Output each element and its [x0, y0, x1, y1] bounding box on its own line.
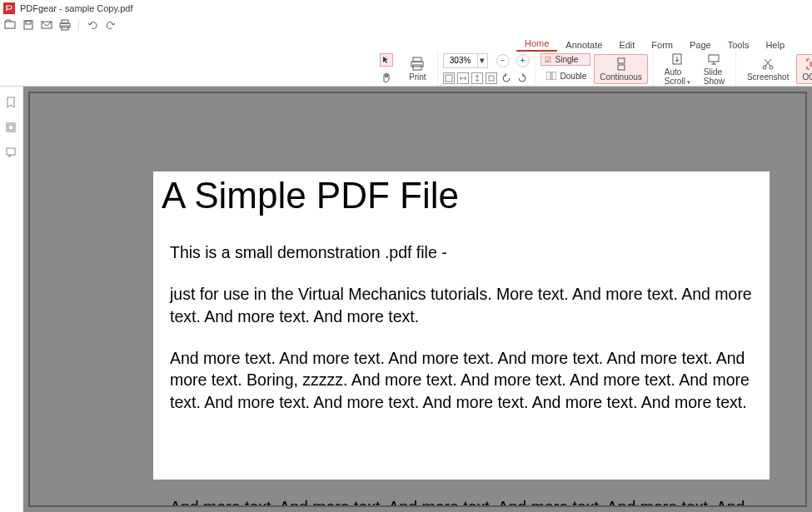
paragraph-3: And more text. And more text. And more t…	[170, 347, 756, 413]
screenshot-button[interactable]: Screenshot	[741, 54, 795, 84]
print-icon[interactable]	[58, 18, 72, 32]
autoscroll-label: Auto Scroll▾	[665, 67, 690, 86]
continuous-label: Continuous	[600, 72, 642, 82]
svg-rect-10	[413, 65, 421, 70]
svg-rect-15	[618, 58, 625, 63]
paragraph-1: This is a small demonstration .pdf file …	[170, 241, 756, 263]
thumbnails-icon[interactable]	[5, 122, 18, 135]
save-icon[interactable]	[22, 18, 35, 32]
print-label: Print	[409, 72, 426, 82]
fit-page-button[interactable]	[443, 72, 455, 84]
svg-point-19	[763, 66, 766, 69]
svg-rect-8	[413, 57, 421, 62]
scissors-icon	[760, 57, 775, 72]
continuous-icon	[614, 57, 629, 72]
paragraph-2: just for use in the Virtual Mechanics tu…	[170, 283, 756, 327]
ocr-label: OCR	[802, 72, 812, 82]
redo-icon[interactable]	[104, 18, 117, 32]
menu-help[interactable]: Help	[757, 37, 793, 52]
slideshow-icon	[706, 52, 721, 67]
cursor-group	[375, 52, 398, 86]
open-icon[interactable]	[3, 18, 17, 32]
fit-height-button[interactable]	[471, 72, 483, 84]
svg-rect-1	[5, 22, 15, 28]
menu-annotate[interactable]: Annotate	[557, 37, 610, 52]
zoom-combo[interactable]: ▾	[443, 53, 488, 68]
svg-rect-5	[62, 20, 68, 23]
bookmark-icon[interactable]	[5, 97, 18, 110]
email-icon[interactable]	[40, 18, 53, 32]
zoom-input[interactable]	[444, 56, 477, 65]
double-page-icon	[545, 69, 558, 82]
separator	[78, 19, 79, 31]
continuous-button[interactable]: Continuous	[594, 54, 648, 84]
quick-access-toolbar	[0, 17, 812, 33]
canvas-inner: A Simple PDF File This is a small demons…	[28, 92, 807, 507]
single-view-button[interactable]: ☑ Single	[541, 53, 591, 66]
zoom-dropdown-icon[interactable]: ▾	[477, 54, 487, 67]
zoom-group: ▾ − +	[438, 52, 536, 86]
workspace: A Simple PDF File This is a small demons…	[0, 87, 812, 512]
sidebar	[0, 87, 23, 512]
svg-rect-13	[546, 72, 550, 80]
ribbon: Print ▾ − + ☑ Single	[0, 52, 812, 87]
svg-point-20	[770, 66, 773, 69]
double-view-button[interactable]: Double	[541, 67, 591, 84]
window-title: PDFgear - sample Copy.pdf	[20, 3, 133, 13]
svg-rect-11	[446, 75, 452, 82]
svg-rect-18	[709, 55, 719, 62]
slideshow-label: Slide Show	[704, 67, 725, 86]
titlebar: PDFgear - sample Copy.pdf	[0, 0, 812, 17]
printer-icon	[410, 57, 425, 72]
rotate-right-button[interactable]	[516, 72, 529, 85]
print-button[interactable]: Print	[403, 54, 432, 84]
menu-home[interactable]: Home	[516, 36, 557, 52]
slideshow-button[interactable]: Slide Show	[698, 49, 730, 88]
annotations-icon[interactable]	[5, 147, 18, 160]
hand-cursor-button[interactable]	[380, 72, 393, 85]
menu-edit[interactable]: Edit	[610, 37, 643, 52]
page-title: A Simple PDF File	[162, 175, 770, 216]
tools-group: Screenshot OCR	[736, 52, 812, 86]
rotate-left-button[interactable]	[500, 72, 513, 85]
print-group: Print	[398, 52, 438, 86]
zoom-in-button[interactable]: +	[516, 54, 530, 67]
svg-rect-16	[618, 65, 625, 70]
ocr-button[interactable]: OCR	[796, 54, 812, 84]
document-canvas[interactable]: A Simple PDF File This is a small demons…	[23, 87, 812, 512]
ocr-icon	[805, 57, 812, 72]
svg-rect-24	[8, 125, 13, 130]
undo-icon[interactable]	[86, 18, 99, 32]
select-cursor-button[interactable]	[380, 53, 393, 67]
autoscroll-button[interactable]: Auto Scroll▾	[659, 49, 696, 88]
pdf-page: A Simple PDF File This is a small demons…	[153, 171, 770, 480]
app-icon	[3, 2, 15, 14]
actual-size-button[interactable]	[486, 72, 497, 84]
zoom-out-button[interactable]: −	[496, 54, 510, 67]
svg-rect-25	[7, 148, 15, 155]
svg-rect-3	[26, 21, 31, 24]
autoscroll-icon	[670, 52, 685, 67]
svg-rect-12	[489, 76, 494, 81]
fit-width-button[interactable]	[457, 72, 469, 84]
present-group: Auto Scroll▾ Slide Show	[654, 52, 736, 86]
check-icon: ☑	[545, 56, 551, 64]
paragraph-4: And more text. And more text. And more t…	[170, 496, 770, 507]
svg-rect-14	[552, 72, 556, 80]
double-label: Double	[560, 72, 587, 81]
view-mode-group: ☑ Single Double Continuous	[536, 52, 654, 86]
single-label: Single	[555, 55, 579, 64]
screenshot-label: Screenshot	[747, 72, 790, 82]
